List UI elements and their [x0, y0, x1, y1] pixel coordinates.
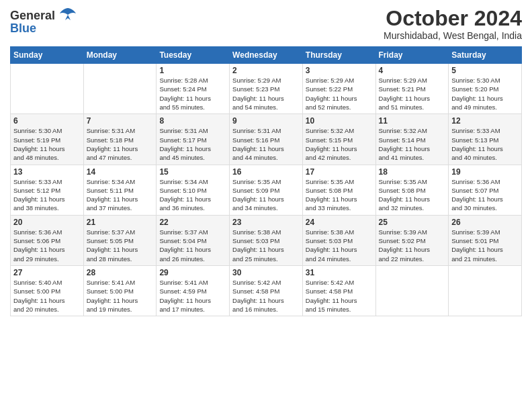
day-number: 25 — [379, 218, 446, 227]
day-info: Sunrise: 5:34 AM Sunset: 5:11 PM Dayligh… — [87, 177, 154, 213]
day-number: 9 — [232, 116, 300, 126]
day-number: 23 — [232, 218, 300, 227]
day-info: Sunrise: 5:29 AM Sunset: 5:21 PM Dayligh… — [379, 76, 446, 111]
logo-general: General — [10, 9, 55, 23]
day-number: 19 — [451, 167, 519, 177]
day-info: Sunrise: 5:34 AM Sunset: 5:10 PM Dayligh… — [159, 177, 226, 213]
day-number: 31 — [306, 268, 373, 277]
title-block: October 2024 Murshidabad, West Bengal, I… — [384, 7, 522, 41]
calendar-cell: 28Sunrise: 5:41 AM Sunset: 5:00 PM Dayli… — [83, 265, 157, 316]
day-number: 22 — [159, 218, 226, 227]
logo: General Blue — [10, 7, 77, 36]
calendar-cell: 13Sunrise: 5:33 AM Sunset: 5:12 PM Dayli… — [11, 165, 84, 215]
calendar-table: SundayMondayTuesdayWednesdayThursdayFrid… — [10, 46, 522, 316]
day-info: Sunrise: 5:29 AM Sunset: 5:22 PM Dayligh… — [306, 76, 373, 111]
day-number: 21 — [87, 218, 154, 227]
calendar-cell: 24Sunrise: 5:38 AM Sunset: 5:03 PM Dayli… — [302, 215, 375, 265]
day-info: Sunrise: 5:28 AM Sunset: 5:24 PM Dayligh… — [159, 76, 226, 111]
calendar-body: 1Sunrise: 5:28 AM Sunset: 5:24 PM Daylig… — [11, 64, 522, 316]
day-info: Sunrise: 5:32 AM Sunset: 5:15 PM Dayligh… — [306, 126, 373, 162]
day-number: 20 — [13, 218, 81, 227]
week-row: 20Sunrise: 5:36 AM Sunset: 5:06 PM Dayli… — [11, 215, 522, 265]
calendar-cell — [11, 64, 84, 114]
day-info: Sunrise: 5:36 AM Sunset: 5:06 PM Dayligh… — [13, 228, 81, 263]
week-row: 6Sunrise: 5:30 AM Sunset: 5:19 PM Daylig… — [11, 114, 522, 165]
calendar-cell: 14Sunrise: 5:34 AM Sunset: 5:11 PM Dayli… — [83, 165, 157, 215]
day-info: Sunrise: 5:32 AM Sunset: 5:14 PM Dayligh… — [379, 126, 446, 162]
day-number: 8 — [159, 116, 226, 126]
calendar-cell: 4Sunrise: 5:29 AM Sunset: 5:21 PM Daylig… — [375, 64, 449, 114]
calendar-cell: 10Sunrise: 5:32 AM Sunset: 5:15 PM Dayli… — [302, 114, 375, 165]
day-info: Sunrise: 5:37 AM Sunset: 5:05 PM Dayligh… — [87, 228, 154, 263]
day-info: Sunrise: 5:37 AM Sunset: 5:04 PM Dayligh… — [159, 228, 226, 263]
calendar-cell: 9Sunrise: 5:31 AM Sunset: 5:16 PM Daylig… — [230, 114, 303, 165]
page-container: General Blue October 2024 Murshidabad, W… — [0, 0, 532, 322]
calendar-cell: 3Sunrise: 5:29 AM Sunset: 5:22 PM Daylig… — [302, 64, 375, 114]
calendar-cell: 15Sunrise: 5:34 AM Sunset: 5:10 PM Dayli… — [157, 165, 230, 215]
day-info: Sunrise: 5:35 AM Sunset: 5:08 PM Dayligh… — [379, 177, 446, 213]
day-number: 6 — [13, 116, 81, 126]
day-info: Sunrise: 5:33 AM Sunset: 5:12 PM Dayligh… — [13, 177, 81, 213]
calendar-cell: 1Sunrise: 5:28 AM Sunset: 5:24 PM Daylig… — [157, 64, 230, 114]
day-number: 10 — [306, 116, 373, 126]
weekday-header-thursday: Thursday — [302, 47, 375, 64]
day-number: 14 — [87, 167, 154, 177]
day-number: 30 — [232, 268, 300, 277]
day-info: Sunrise: 5:31 AM Sunset: 5:16 PM Dayligh… — [232, 126, 300, 162]
weekday-header-tuesday: Tuesday — [157, 47, 230, 64]
day-number: 29 — [159, 268, 226, 277]
day-number: 11 — [379, 116, 446, 126]
day-info: Sunrise: 5:39 AM Sunset: 5:01 PM Dayligh… — [451, 228, 519, 263]
day-info: Sunrise: 5:35 AM Sunset: 5:08 PM Dayligh… — [306, 177, 373, 213]
day-number: 28 — [87, 268, 154, 277]
calendar-cell: 25Sunrise: 5:39 AM Sunset: 5:02 PM Dayli… — [375, 215, 449, 265]
day-info: Sunrise: 5:31 AM Sunset: 5:17 PM Dayligh… — [159, 126, 226, 162]
calendar-cell: 11Sunrise: 5:32 AM Sunset: 5:14 PM Dayli… — [375, 114, 449, 165]
day-number: 1 — [159, 66, 226, 75]
calendar-cell: 16Sunrise: 5:35 AM Sunset: 5:09 PM Dayli… — [230, 165, 303, 215]
calendar-cell: 2Sunrise: 5:29 AM Sunset: 5:23 PM Daylig… — [230, 64, 303, 114]
weekday-row: SundayMondayTuesdayWednesdayThursdayFrid… — [11, 47, 522, 64]
calendar-cell: 7Sunrise: 5:31 AM Sunset: 5:18 PM Daylig… — [83, 114, 157, 165]
location: Murshidabad, West Bengal, India — [384, 30, 522, 41]
weekday-header-sunday: Sunday — [11, 47, 84, 64]
calendar-cell: 21Sunrise: 5:37 AM Sunset: 5:05 PM Dayli… — [83, 215, 157, 265]
day-number: 5 — [451, 66, 519, 75]
calendar-cell: 5Sunrise: 5:30 AM Sunset: 5:20 PM Daylig… — [449, 64, 522, 114]
day-number: 27 — [13, 268, 81, 277]
day-info: Sunrise: 5:30 AM Sunset: 5:20 PM Dayligh… — [451, 76, 519, 111]
week-row: 1Sunrise: 5:28 AM Sunset: 5:24 PM Daylig… — [11, 64, 522, 114]
day-number: 17 — [306, 167, 373, 177]
calendar-cell: 29Sunrise: 5:41 AM Sunset: 4:59 PM Dayli… — [157, 265, 230, 316]
calendar-cell — [83, 64, 157, 114]
calendar-cell: 8Sunrise: 5:31 AM Sunset: 5:17 PM Daylig… — [157, 114, 230, 165]
day-info: Sunrise: 5:42 AM Sunset: 4:58 PM Dayligh… — [306, 278, 373, 314]
week-row: 13Sunrise: 5:33 AM Sunset: 5:12 PM Dayli… — [11, 165, 522, 215]
day-number: 15 — [159, 167, 226, 177]
logo-bird-icon — [58, 7, 77, 24]
calendar-cell — [449, 265, 522, 316]
calendar-cell: 20Sunrise: 5:36 AM Sunset: 5:06 PM Dayli… — [11, 215, 84, 265]
month-title: October 2024 — [384, 7, 522, 30]
day-number: 13 — [13, 167, 81, 177]
calendar-cell: 12Sunrise: 5:33 AM Sunset: 5:13 PM Dayli… — [449, 114, 522, 165]
header: General Blue October 2024 Murshidabad, W… — [10, 7, 522, 41]
calendar-cell: 22Sunrise: 5:37 AM Sunset: 5:04 PM Dayli… — [157, 215, 230, 265]
day-info: Sunrise: 5:39 AM Sunset: 5:02 PM Dayligh… — [379, 228, 446, 263]
calendar-cell — [375, 265, 449, 316]
day-info: Sunrise: 5:38 AM Sunset: 5:03 PM Dayligh… — [306, 228, 373, 263]
day-number: 26 — [451, 218, 519, 227]
calendar-header: SundayMondayTuesdayWednesdayThursdayFrid… — [11, 47, 522, 64]
day-number: 7 — [87, 116, 154, 126]
calendar-cell: 31Sunrise: 5:42 AM Sunset: 4:58 PM Dayli… — [302, 265, 375, 316]
day-number: 12 — [451, 116, 519, 126]
day-info: Sunrise: 5:42 AM Sunset: 4:58 PM Dayligh… — [232, 278, 300, 314]
day-info: Sunrise: 5:36 AM Sunset: 5:07 PM Dayligh… — [451, 177, 519, 213]
day-number: 18 — [379, 167, 446, 177]
calendar-cell: 18Sunrise: 5:35 AM Sunset: 5:08 PM Dayli… — [375, 165, 449, 215]
day-info: Sunrise: 5:40 AM Sunset: 5:00 PM Dayligh… — [13, 278, 81, 314]
day-info: Sunrise: 5:35 AM Sunset: 5:09 PM Dayligh… — [232, 177, 300, 213]
calendar-cell: 26Sunrise: 5:39 AM Sunset: 5:01 PM Dayli… — [449, 215, 522, 265]
weekday-header-saturday: Saturday — [449, 47, 522, 64]
day-number: 16 — [232, 167, 300, 177]
